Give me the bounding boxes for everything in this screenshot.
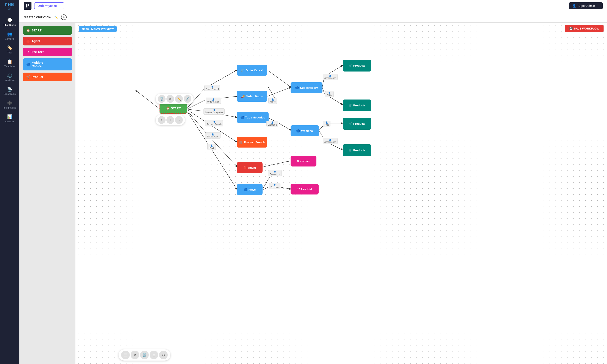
workflow-header: Master Workflow ✏️ + xyxy=(19,12,607,23)
order-cancel-icon: 🛒 xyxy=(241,69,244,72)
products-3-icon: 🛒 xyxy=(349,122,352,125)
sidebar-item-contacts[interactable]: 👥 Contacts xyxy=(0,29,19,43)
panel-node-agent[interactable]: 🔴 Agent xyxy=(23,37,72,45)
svg-rect-0 xyxy=(26,4,27,6)
top-categories-node[interactable]: 🔵 Top categories xyxy=(237,112,269,123)
workflow-canvas[interactable]: Name: Master Workflow 💾 SAVE WORKFLOW xyxy=(75,23,607,364)
product-search-node[interactable]: 🛒 Product Search xyxy=(237,137,267,148)
move-up-button[interactable]: ↑ xyxy=(158,116,165,124)
products-node-3[interactable]: 🛒 Products xyxy=(343,118,371,130)
panel-free-text-label: Free Text xyxy=(30,50,43,54)
agent-flow-node[interactable]: 🔴 Agent xyxy=(237,162,263,173)
save-workflow-button[interactable]: 💾 SAVE WORKFLOW xyxy=(565,25,604,32)
move-right-button[interactable]: → xyxy=(175,116,183,124)
products-node-4[interactable]: 🛒 Products xyxy=(343,144,371,156)
contacts-icon: 👥 xyxy=(7,31,13,37)
integrations-icon: ➕ xyxy=(7,100,13,105)
products-2-icon: 🛒 xyxy=(349,104,352,107)
menu-list-button[interactable]: ☰ xyxy=(121,351,130,359)
unlink-button[interactable]: 🔗 xyxy=(184,95,191,103)
edge-label-talk-agent: 👤 Talk to Agent xyxy=(205,132,220,139)
user-name: Super Admin xyxy=(578,4,595,8)
chat-icon: 💬 xyxy=(7,18,13,23)
target-button[interactable]: ⊙ xyxy=(159,351,168,359)
sidebar-label-contacts: Contacts xyxy=(5,38,14,40)
products-node-2[interactable]: 🛒 Products xyxy=(343,100,371,111)
panel-start-label: START xyxy=(32,29,41,32)
topbar-logo xyxy=(24,2,31,10)
sidebar: hello 24 💬 Chat Studio 👥 Contacts 🏷️ Tag… xyxy=(0,0,19,364)
context-toolbar: 🗑️ ⧉ ✏️ 🔗 xyxy=(156,94,194,104)
start-node[interactable]: 🏠 START xyxy=(160,103,187,114)
shop-name: Ordermycake xyxy=(38,4,57,8)
workflow-name-badge: Name: Master Workflow xyxy=(79,26,117,32)
free-trial-icon: Tf xyxy=(297,188,300,191)
free-trial-node[interactable]: Tf free trial xyxy=(291,184,319,195)
broadcasts-icon: 📡 xyxy=(7,87,13,92)
panel-node-free-text[interactable]: Tf Free Text xyxy=(23,48,72,56)
sidebar-item-analytics[interactable]: 📊 Analytics xyxy=(0,112,19,125)
panel-node-product[interactable]: 🛒 Product xyxy=(23,73,72,81)
order-cancel-node[interactable]: 🛒 Order Cancel xyxy=(237,65,267,76)
canvas-area: 🏠 START 🔴 Agent Tf Free Text 🔵 MultipleC… xyxy=(19,23,607,364)
edge-label-accessories-1: 👤 Accessories xyxy=(323,74,337,80)
canvas-grid xyxy=(75,23,607,364)
products-1-icon: 🛒 xyxy=(349,64,352,67)
grid-button[interactable]: ⊞ xyxy=(149,351,158,359)
edge-label-accessories-2: 👤 Accessories xyxy=(323,138,337,144)
order-status-icon: 🚚 xyxy=(241,95,245,98)
panel-node-start[interactable]: 🏠 START xyxy=(23,26,72,35)
products-4-icon: 🛒 xyxy=(349,149,352,152)
sidebar-item-tags[interactable]: 🏷️ Tags xyxy=(0,43,19,56)
edge-label-shirts: 👤 Shirts xyxy=(325,91,334,97)
order-status-node[interactable]: 🚚 Order Status xyxy=(237,91,267,102)
free-trial-label: free trial xyxy=(301,188,312,191)
agent-icon: 🔴 xyxy=(26,39,30,43)
edge-label-faqs: 👤 FAQs xyxy=(207,144,216,150)
contact-label: contact xyxy=(300,160,310,163)
sub-category-node[interactable]: 🔵 Sub category xyxy=(291,82,323,93)
order-status-label: Order Status xyxy=(246,95,263,98)
edge-label-product-search: 👤 Product Search xyxy=(205,120,223,126)
undo-button[interactable]: ↺ xyxy=(131,351,139,359)
panel-node-multiple-choice[interactable]: 🔵 MultipleChoice xyxy=(23,58,72,70)
workflow-edit-button[interactable]: ✏️ xyxy=(54,15,59,20)
contact-node[interactable]: Tf contact xyxy=(291,156,316,167)
panel-product-label: Product xyxy=(32,75,43,79)
edit-button[interactable]: ✏️ xyxy=(175,95,183,103)
edge-label-contact-us: 👤 Contact Us xyxy=(268,170,282,176)
prod-search-icon: 🛒 xyxy=(239,141,243,144)
edge-label-tops: 👤 Tops xyxy=(323,121,330,127)
panel-agent-label: Agent xyxy=(32,39,40,43)
faqs-label: FAQs xyxy=(249,188,256,191)
products-node-1[interactable]: 🛒 Products xyxy=(343,60,371,72)
womens-label: Womens' xyxy=(301,129,313,132)
move-down-button[interactable]: ↓ xyxy=(166,116,174,124)
app-logo: hello 24 xyxy=(3,2,16,11)
sidebar-label-tags: Tags xyxy=(7,51,12,54)
free-text-icon: Tf xyxy=(26,50,29,53)
sidebar-label-broadcasts: Broadcasts xyxy=(4,93,15,95)
sidebar-item-templates[interactable]: 📋 Templates xyxy=(0,56,19,70)
shop-selector[interactable]: Ordermycake xyxy=(34,2,64,9)
sidebar-item-integrations[interactable]: ➕ Integrations xyxy=(0,98,19,112)
sidebar-item-broadcasts[interactable]: 📡 Broadcasts xyxy=(0,84,19,98)
agent-flow-icon: 🔴 xyxy=(243,166,247,169)
workflow-add-button[interactable]: + xyxy=(61,14,67,20)
copy-button[interactable]: ⧉ xyxy=(166,95,174,103)
prod-search-label: Product Search xyxy=(244,141,265,144)
womens-icon: 🔵 xyxy=(296,129,300,132)
clear-button[interactable]: 🗑️ xyxy=(140,351,149,359)
edge-label-order-cancel: 👤 Order Cancel xyxy=(204,85,220,91)
product-icon: 🛒 xyxy=(26,75,30,79)
user-menu[interactable]: 👤 Super Admin xyxy=(569,2,603,9)
svg-rect-2 xyxy=(26,6,27,8)
delete-button[interactable]: 🗑️ xyxy=(158,95,165,103)
womens-node[interactable]: 🔵 Womens' xyxy=(291,125,319,136)
faqs-icon: 🔵 xyxy=(243,188,247,191)
edge-label-womens: 👤 Women's xyxy=(266,121,278,127)
sidebar-item-workflow[interactable]: ⚖️ Workflow xyxy=(0,70,19,84)
edge-label-free-trial: 👤 Free trial xyxy=(269,183,281,189)
faqs-node[interactable]: 🔵 FAQs xyxy=(237,184,263,195)
sidebar-item-chat-studio[interactable]: 💬 Chat Studio xyxy=(0,15,19,29)
